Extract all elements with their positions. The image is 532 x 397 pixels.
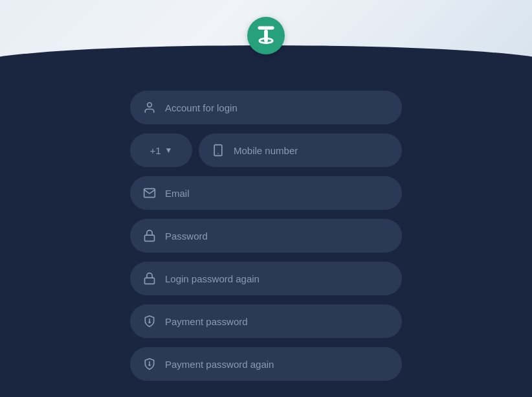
form-section: +1 ▼ xyxy=(0,71,532,394)
mobile-input[interactable] xyxy=(234,145,389,156)
lock-again-icon xyxy=(143,272,156,285)
payment-password-again-input[interactable] xyxy=(165,359,389,370)
payment-password-input[interactable] xyxy=(165,316,389,327)
password-field[interactable] xyxy=(130,219,402,253)
phone-prefix-selector[interactable]: +1 ▼ xyxy=(130,133,192,167)
phone-row: +1 ▼ xyxy=(130,133,402,167)
svg-rect-1 xyxy=(264,30,268,43)
svg-rect-6 xyxy=(145,235,155,241)
svg-rect-0 xyxy=(258,27,274,30)
tether-logo xyxy=(247,17,285,54)
phone-prefix-value: +1 xyxy=(150,145,161,156)
lock-icon xyxy=(143,229,156,242)
email-field[interactable] xyxy=(130,176,402,210)
header xyxy=(0,0,532,71)
password-again-input[interactable] xyxy=(165,273,389,284)
payment-password-field[interactable] xyxy=(130,304,402,338)
chevron-down-icon: ▼ xyxy=(165,146,173,155)
svg-point-3 xyxy=(148,103,152,108)
email-icon xyxy=(143,187,156,199)
tether-icon xyxy=(254,24,278,47)
svg-rect-7 xyxy=(145,278,155,284)
logo-container xyxy=(247,17,285,54)
user-icon xyxy=(143,101,156,114)
svg-point-9 xyxy=(149,322,150,323)
payment-password-again-field[interactable] xyxy=(130,347,402,381)
password-again-field[interactable] xyxy=(130,262,402,295)
email-input[interactable] xyxy=(165,188,389,199)
shield-again-icon xyxy=(143,357,156,370)
mobile-field[interactable] xyxy=(199,133,402,167)
svg-point-11 xyxy=(149,365,150,366)
password-input[interactable] xyxy=(165,231,389,242)
phone-icon xyxy=(212,144,225,157)
shield-icon xyxy=(143,315,156,328)
account-input[interactable] xyxy=(165,102,389,113)
account-field[interactable] xyxy=(130,91,402,124)
